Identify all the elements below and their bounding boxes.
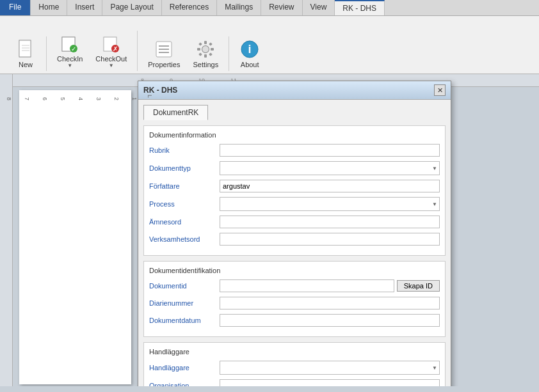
document-area: 8 · · 9 · · 10 · · 11 L 1 2 3 4 5 6 7 8 … (0, 74, 539, 386)
ruler-mark-7: 7 (18, 90, 36, 108)
checkin-label-wrapper: CheckIn ▼ (57, 54, 83, 68)
select-handlaggare[interactable] (220, 361, 440, 375)
new-button[interactable]: New (10, 36, 41, 71)
checkin-button[interactable]: ✓ CheckIn ▼ (52, 31, 88, 71)
tab-mailings[interactable]: Mailings (217, 0, 261, 15)
checkout-icon: ✗ (101, 33, 122, 54)
ribbon-group-new: New (5, 36, 47, 71)
tab-rk-dhs[interactable]: RK - DHS (335, 0, 385, 15)
ruler-mark-6: 6 (36, 90, 54, 108)
checkin-arrow-icon: ▼ (67, 63, 72, 68)
properties-label: Properties (148, 61, 180, 68)
section-dokumentinformation-title: Dokumentinformation (149, 131, 440, 139)
ribbon: File Home Insert Page Layout References … (0, 0, 539, 74)
about-label: About (241, 61, 259, 68)
section-dokumentidentifikation: Dokumentidentifikation Dokumentid Skapa … (143, 261, 446, 337)
input-dokumentid[interactable] (220, 279, 394, 292)
label-verksamhetsord: Verksamhetsord (149, 235, 220, 243)
label-dokumentid: Dokumentid (149, 282, 220, 290)
dialog-close-button[interactable]: ✕ (434, 84, 446, 96)
input-forfattare[interactable] (220, 180, 440, 192)
select-dokumenttyp[interactable] (220, 161, 440, 175)
svg-rect-18 (204, 41, 207, 44)
svg-rect-20 (197, 48, 200, 51)
select-wrapper-process (220, 197, 440, 211)
form-row-verksamhetsord: Verksamhetsord (149, 233, 440, 246)
properties-button[interactable]: Properties (143, 36, 185, 71)
tab-insert[interactable]: Insert (67, 0, 102, 15)
svg-text:✗: ✗ (113, 45, 118, 52)
select-process[interactable] (220, 197, 440, 211)
select-wrapper-handlaggare (220, 361, 440, 375)
doc-content: RK - DHS ✕ DokumentRK Dokumentinformatio… (13, 74, 539, 386)
svg-rect-21 (211, 48, 214, 51)
input-diarienummer[interactable] (220, 297, 440, 310)
ruler-mark-1: 1 (125, 90, 143, 108)
form-row-dokumentid: Dokumentid Skapa ID (149, 279, 440, 292)
select-wrapper-dokumenttyp (220, 161, 440, 175)
form-row-process: Process (149, 197, 440, 211)
tab-references[interactable]: References (162, 0, 217, 15)
ribbon-tabs: File Home Insert Page Layout References … (0, 0, 539, 16)
about-button[interactable]: i About (234, 36, 265, 71)
svg-point-17 (202, 46, 209, 52)
section-dokumentinformation: Dokumentinformation Rubrik Dokumenttyp F… (143, 125, 446, 256)
tab-file[interactable]: File (0, 0, 31, 15)
svg-rect-1 (19, 40, 31, 57)
form-row-rubrik: Rubrik (149, 144, 440, 157)
checkout-label-wrapper: CheckOut ▼ (95, 54, 127, 68)
form-row-diarienummer: Diarienummer (149, 297, 440, 310)
label-dokumentdatum: Dokumentdatum (149, 317, 220, 324)
input-rubrik[interactable] (220, 144, 440, 157)
checkout-label: CheckOut (95, 55, 127, 63)
skapa-id-button[interactable]: Skapa ID (397, 280, 440, 292)
form-row-dokumentdatum: Dokumentdatum (149, 314, 440, 327)
svg-rect-24 (198, 52, 202, 56)
settings-label: Settings (193, 61, 218, 68)
form-row-organisation: Organisation (149, 379, 440, 386)
ruler-left: L 1 2 3 4 5 6 7 8 (0, 74, 13, 386)
ruler-left-marks: L 1 2 3 4 5 6 7 8 (0, 90, 156, 108)
label-amnesord: Ämnesord (149, 218, 220, 226)
tab-view[interactable]: View (303, 0, 335, 15)
checkout-arrow-icon: ▼ (109, 63, 114, 68)
checkin-label: CheckIn (57, 55, 83, 63)
label-organisation: Organisation (149, 382, 220, 386)
ruler-mark-2: 2 (108, 90, 125, 108)
form-row-amnesord: Ämnesord (149, 216, 440, 228)
ruler-mark-3: 3 (90, 90, 108, 108)
svg-text:i: i (248, 43, 252, 56)
tab-dokumentrk[interactable]: DokumentRK (143, 105, 208, 120)
section-handlaggare-title: Handläggare (149, 348, 440, 356)
tab-home[interactable]: Home (31, 0, 67, 15)
checkin-icon: ✓ (60, 33, 80, 54)
label-forfattare: Författare (149, 182, 220, 190)
settings-button[interactable]: Settings (188, 36, 223, 71)
settings-icon (195, 39, 216, 59)
input-amnesord[interactable] (220, 216, 440, 228)
form-row-forfattare: Författare (149, 180, 440, 192)
about-icon: i (239, 39, 260, 59)
input-verksamhetsord[interactable] (220, 233, 440, 246)
ruler-mark-4: 4 (72, 90, 90, 108)
tab-page-layout[interactable]: Page Layout (102, 0, 161, 15)
ribbon-group-about: i About (229, 36, 270, 71)
input-dokumentdatum[interactable] (220, 314, 440, 327)
ribbon-body: New ✓ CheckIn ▼ (0, 16, 539, 74)
ribbon-group-checkin: ✓ CheckIn ▼ ✗ CheckOut (47, 31, 138, 71)
checkout-button[interactable]: ✗ CheckOut ▼ (90, 31, 132, 71)
section-dokumentidentifikation-title: Dokumentidentifikation (149, 267, 440, 274)
svg-rect-23 (209, 42, 213, 46)
new-icon (15, 39, 36, 59)
svg-rect-25 (209, 52, 213, 56)
svg-rect-19 (204, 54, 207, 58)
ruler-mark-8: 8 (0, 90, 18, 108)
label-dokumenttyp: Dokumenttyp (149, 164, 220, 172)
label-handlaggare: Handläggare (149, 364, 220, 372)
tab-review[interactable]: Review (261, 0, 302, 15)
label-process: Process (149, 200, 220, 208)
form-row-dokumenttyp: Dokumenttyp (149, 161, 440, 175)
form-row-handlaggare: Handläggare (149, 361, 440, 375)
section-handlaggare: Handläggare Handläggare Organisation (143, 342, 446, 386)
input-organisation[interactable] (220, 379, 440, 386)
